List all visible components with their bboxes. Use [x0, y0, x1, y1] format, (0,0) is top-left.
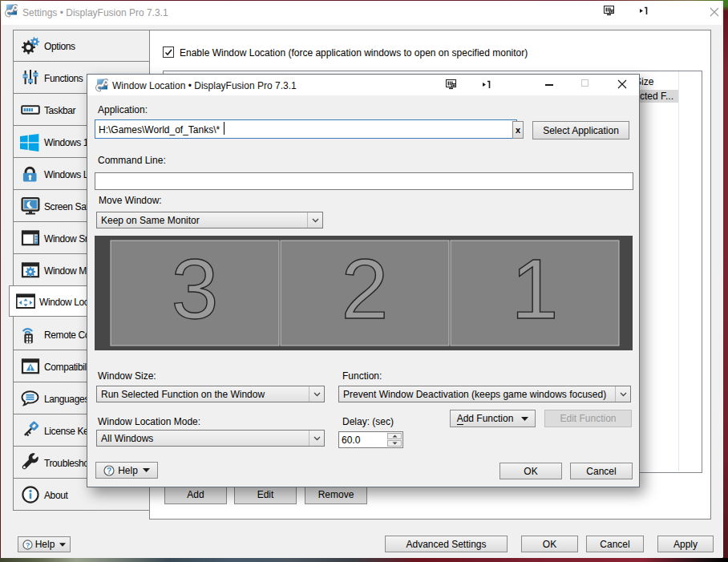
svg-text:1: 1	[512, 241, 559, 336]
svg-text:?: ?	[25, 540, 30, 548]
svg-text:?: ?	[107, 466, 111, 475]
svg-text:3: 3	[172, 241, 219, 336]
svg-text:2: 2	[342, 241, 389, 336]
